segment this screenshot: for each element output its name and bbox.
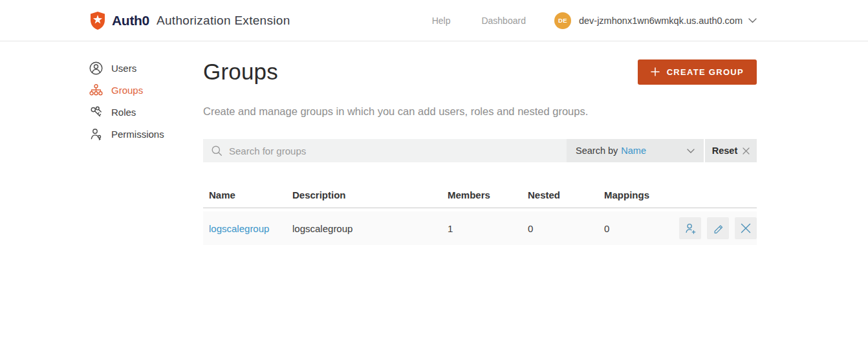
column-header-description: Description <box>292 189 448 200</box>
sidebar: Users Groups Roles <box>89 41 196 149</box>
table-row: logscalegroup logscalegroup 1 0 0 <box>203 211 757 245</box>
keys-icon <box>89 105 103 119</box>
sidebar-item-label: Groups <box>111 85 143 96</box>
column-header-name: Name <box>209 189 292 200</box>
chevron-down-icon <box>687 149 695 153</box>
plus-icon <box>651 67 660 76</box>
column-header-members: Members <box>448 189 528 200</box>
search-input[interactable] <box>229 145 567 156</box>
auth0-shield-icon <box>89 12 106 30</box>
sidebar-item-groups[interactable]: Groups <box>89 83 196 97</box>
search-by-dropdown[interactable]: Search by Name <box>567 139 704 162</box>
sidebar-item-permissions[interactable]: Permissions <box>89 127 196 141</box>
search-bar: Search by Name Reset <box>203 139 757 162</box>
row-actions <box>679 217 757 239</box>
page-description: Create and manage groups in which you ca… <box>203 105 757 118</box>
sidebar-item-users[interactable]: Users <box>89 61 196 75</box>
search-icon <box>211 145 222 156</box>
search-by-value: Name <box>621 145 646 156</box>
title-row: Groups CREATE GROUP <box>203 59 757 85</box>
sidebar-item-label: Roles <box>111 107 136 118</box>
top-header: Auth0 Authorization Extension Help Dashb… <box>0 0 868 41</box>
delete-group-button[interactable] <box>735 217 757 239</box>
add-user-to-group-button[interactable] <box>679 217 701 239</box>
group-name-cell: logscalegroup <box>209 223 292 234</box>
help-link[interactable]: Help <box>432 16 451 26</box>
search-by-label: Search by <box>576 145 618 156</box>
create-group-button-label: CREATE GROUP <box>667 67 744 77</box>
column-header-mappings: Mappings <box>604 189 757 200</box>
group-members-cell: 1 <box>448 223 528 234</box>
main-content: Groups CREATE GROUP Create and manage gr… <box>203 41 757 245</box>
user-add-icon <box>684 222 697 235</box>
sidebar-item-roles[interactable]: Roles <box>89 105 196 119</box>
avatar[interactable]: DE <box>554 12 571 29</box>
brand-name: Auth0 <box>112 13 149 28</box>
group-mappings-cell: 0 <box>604 223 675 234</box>
page: Auth0 Authorization Extension Help Dashb… <box>0 0 868 344</box>
user-circle-icon <box>89 61 103 75</box>
sidebar-item-label: Users <box>111 63 136 74</box>
group-name-link[interactable]: logscalegroup <box>209 223 269 234</box>
page-title: Groups <box>203 59 278 85</box>
groups-table: Name Description Members Nested Mappings… <box>203 184 757 245</box>
dashboard-link[interactable]: Dashboard <box>481 16 526 26</box>
edit-group-button[interactable] <box>707 217 729 239</box>
pencil-icon <box>712 222 724 234</box>
auth0-brand: Auth0 Authorization Extension <box>89 12 290 30</box>
search-input-wrap <box>203 139 567 162</box>
group-nested-cell: 0 <box>528 223 604 234</box>
chevron-down-icon[interactable] <box>748 18 757 23</box>
user-key-icon <box>89 127 103 141</box>
app-title: Authorization Extension <box>157 14 290 28</box>
org-chart-icon <box>89 83 103 97</box>
header-right: Help Dashboard DE dev-jzmhonx1wn6wmkqk.u… <box>432 12 757 29</box>
create-group-button[interactable]: CREATE GROUP <box>638 59 757 85</box>
reset-button[interactable]: Reset <box>705 139 757 162</box>
close-icon <box>741 223 751 233</box>
column-header-nested: Nested <box>528 189 604 200</box>
table-header-row: Name Description Members Nested Mappings <box>203 184 757 208</box>
close-icon <box>743 147 750 155</box>
reset-button-label: Reset <box>712 145 738 156</box>
sidebar-item-label: Permissions <box>111 129 164 140</box>
tenant-domain: dev-jzmhonx1wn6wmkqk.us.auth0.com <box>579 16 743 26</box>
group-description-cell: logscalegroup <box>292 223 448 234</box>
